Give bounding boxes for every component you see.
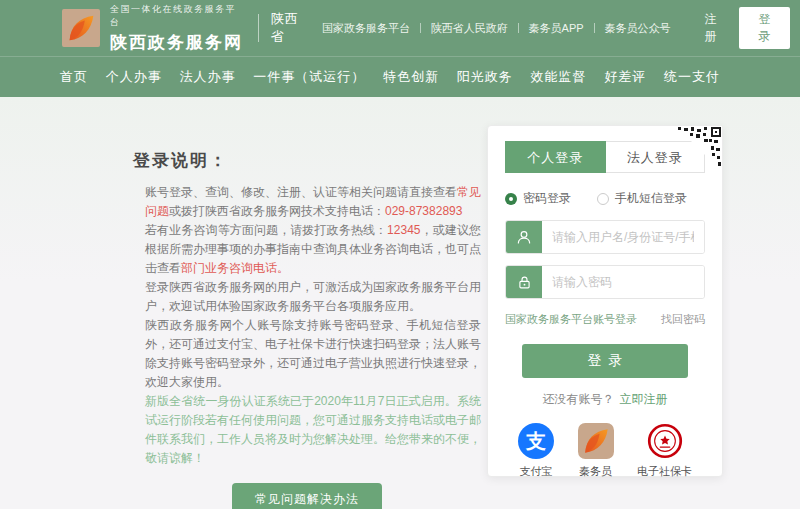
register-now-link[interactable]: 立即注册 (620, 392, 668, 406)
intro-paragraph-4: 陕西政务服务网个人账号除支持账号密码登录、手机短信登录外，还可通过支付宝、电子社… (145, 316, 481, 392)
site-header: 全国一体化在线政务服务平台 陕西政务服务网 陕西省 国家政务服务平台 陕西省人民… (0, 0, 800, 56)
radio-selected-icon[interactable] (505, 193, 517, 205)
nav-item-home[interactable]: 首页 (60, 68, 88, 86)
intro-text: 若有业务咨询等方面问题，请拨打政务热线： (145, 223, 387, 237)
password-input[interactable] (542, 266, 704, 298)
username-field-group (505, 220, 705, 254)
support-phone: 029-87382893 (385, 204, 462, 218)
top-link-national-platform[interactable]: 国家政务服务平台 (312, 21, 420, 36)
lock-icon (506, 266, 542, 298)
national-platform-account-login-link[interactable]: 国家政务服务平台账号登录 (505, 312, 637, 327)
main-content: 登录说明： 账号登录、查询、修改、注册、认证等相关问题请直接查看常见问题或拨打陕… (0, 97, 800, 509)
login-panel: 个人登录 法人登录 密码登录 手机短信登录 (487, 125, 723, 477)
qinwuyuan-login[interactable]: 秦务员 (578, 423, 614, 479)
intro-paragraph-3: 登录陕西省政务服务网的用户，可激活成为国家政务服务平台用户，欢迎试用体验国家政务… (145, 278, 481, 316)
login-submit-button[interactable]: 登录 (522, 344, 688, 378)
forgot-password-link[interactable]: 找回密码 (661, 312, 705, 327)
alipay-label: 支付宝 (520, 464, 553, 479)
method-password-login[interactable]: 密码登录 (505, 190, 571, 207)
qinwuyuan-label: 秦务员 (579, 464, 612, 479)
top-link-qinwuyuan-wechat[interactable]: 秦务员公众号 (594, 21, 680, 36)
person-icon (506, 221, 542, 253)
third-party-login-row: 支 支付宝 秦务员 (505, 423, 705, 479)
faq-solutions-button[interactable]: 常见问题解决办法 (232, 483, 382, 509)
login-instructions: 登录说明： 账号登录、查询、修改、注册、认证等相关问题请直接查看常见问题或拨打陕… (133, 151, 481, 509)
intro-paragraph-2: 若有业务咨询等方面问题，请拨打政务热线：12345，或建议您根据所需办理事项的办… (145, 221, 481, 278)
site-name: 陕西政务服务网 (110, 31, 244, 54)
alipay-icon: 支 (518, 423, 554, 459)
nav-item-rating[interactable]: 好差评 (604, 68, 646, 86)
no-account-label: 还没有账号？ (543, 392, 615, 406)
nav-item-sunshine-gov[interactable]: 阳光政务 (457, 68, 513, 86)
nav-item-personal-affairs[interactable]: 个人办事 (106, 68, 162, 86)
method-sms-login[interactable]: 手机短信登录 (597, 190, 687, 207)
nav-item-efficiency-supervision[interactable]: 效能监督 (531, 68, 587, 86)
social-security-card-label: 电子社保卡 (637, 464, 692, 479)
qr-login-corner-icon[interactable] (676, 126, 722, 172)
nav-item-unified-payment[interactable]: 统一支付 (664, 68, 720, 86)
login-methods: 密码登录 手机短信登录 (505, 190, 705, 207)
nav-item-featured-innovation[interactable]: 特色创新 (383, 68, 439, 86)
brand-divider (258, 14, 259, 42)
intro-paragraph-5-notice: 新版全省统一身份认证系统已于2020年11月7日正式启用。系统试运行阶段若有任何… (145, 392, 481, 468)
social-security-card-seal-icon (647, 423, 683, 459)
username-input[interactable] (542, 221, 704, 253)
register-row: 还没有账号？立即注册 (505, 391, 705, 408)
qinwuyuan-leaf-icon (578, 423, 614, 459)
dept-phone-inline-link[interactable]: 部门业务咨询电话。 (181, 261, 289, 275)
radio-unselected-icon[interactable] (597, 193, 609, 205)
intro-paragraph-1: 账号登录、查询、修改、注册、认证等相关问题请直接查看常见问题或拨打陕西省政务服务… (145, 183, 481, 221)
tab-personal-login[interactable]: 个人登录 (505, 141, 606, 173)
social-security-card-login[interactable]: 电子社保卡 (637, 423, 692, 479)
method-sms-label: 手机短信登录 (615, 190, 687, 207)
platform-tagline: 全国一体化在线政务服务平台 (110, 3, 244, 29)
intro-text: 或拨打陕西省政务服务网技术支持电话： (169, 204, 385, 218)
login-tabs: 个人登录 法人登录 (505, 141, 705, 173)
login-instructions-body: 账号登录、查询、修改、注册、认证等相关问题请直接查看常见问题或拨打陕西省政务服务… (133, 183, 481, 468)
region-label: 陕西省 (271, 10, 312, 46)
method-password-label: 密码登录 (523, 190, 571, 207)
helper-links-row: 国家政务服务平台账号登录 找回密码 (505, 312, 705, 327)
top-links: 国家政务服务平台 陕西省人民政府 秦务员APP 秦务员公众号 注册 登录 (312, 7, 790, 49)
alipay-login[interactable]: 支 支付宝 (518, 423, 554, 479)
hotline-number: 12345 (387, 223, 420, 237)
login-instructions-title: 登录说明： (133, 151, 481, 170)
register-link[interactable]: 注册 (704, 11, 725, 45)
password-field-group (505, 265, 705, 299)
intro-text: 账号登录、查询、修改、注册、认证等相关问题请直接查看 (145, 185, 457, 199)
site-logo-icon (62, 9, 100, 47)
brand[interactable]: 全国一体化在线政务服务平台 陕西政务服务网 陕西省 (62, 3, 312, 54)
top-link-qinwuyuan-app[interactable]: 秦务员APP (519, 21, 594, 36)
nav-item-one-thing[interactable]: 一件事（试运行） (253, 68, 365, 86)
top-link-provincial-gov[interactable]: 陕西省人民政府 (421, 21, 518, 36)
brand-text: 全国一体化在线政务服务平台 陕西政务服务网 (110, 3, 244, 54)
header-login-button[interactable]: 登录 (739, 7, 790, 49)
nav-item-legal-affairs[interactable]: 法人办事 (180, 68, 236, 86)
main-nav: 首页 个人办事 法人办事 一件事（试运行） 特色创新 阳光政务 效能监督 好差评… (0, 56, 800, 97)
